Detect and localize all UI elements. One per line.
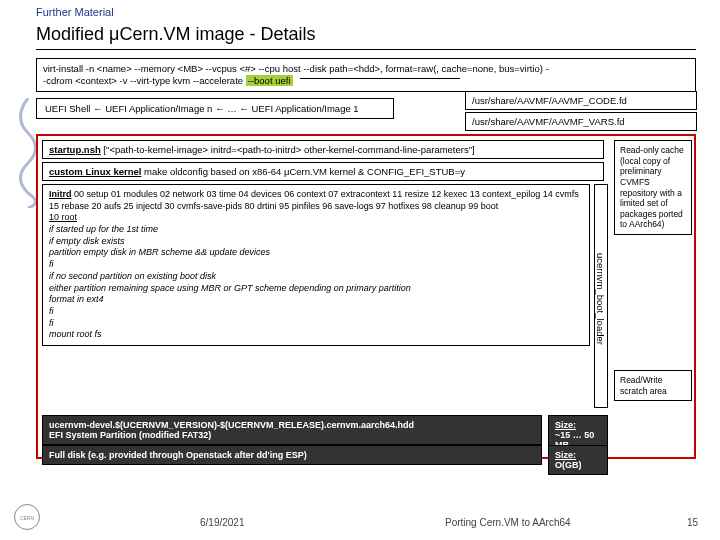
uefi-chain-box: UEFI Shell ← UEFI Application/Image n ← … [36, 98, 394, 119]
virt-install-command: virt-install -n <name> --memory <MB> --v… [36, 58, 696, 92]
aavmf-vars-path: /usr/share/AAVMF/AAVMF_VARS.fd [465, 112, 697, 131]
hdd-size-label: Size: [555, 420, 576, 430]
virt-cmd-line1: virt-install -n <name> --memory <MB> --v… [43, 63, 549, 74]
readonly-cache-note: Read-only cache (local copy of prelimina… [614, 140, 692, 235]
full-disk-size-label: Size: [555, 450, 576, 460]
ucernvm-boot-loader-label: ucernvm_boot_loader [594, 184, 608, 408]
full-disk-size-val: O(GB) [555, 460, 582, 470]
hdd-esp-box: ucernvm-devel.$(UCERNVM_VERSION)-$(UCERN… [42, 415, 542, 445]
decorative-swirl [18, 98, 38, 208]
initrd-box: Initrd 00 setup 01 modules 02 network 03… [42, 184, 590, 346]
footer-page-number: 15 [687, 517, 698, 528]
custom-kernel-box: custom Linux kernel make oldconfig based… [42, 162, 604, 181]
full-disk-size: Size: O(GB) [548, 445, 608, 475]
cern-logo-icon: CERN [14, 504, 40, 530]
custom-kernel-label: custom Linux kernel [49, 166, 141, 177]
custom-kernel-rest: make oldconfig based on x86-64 μCern.VM … [141, 166, 465, 177]
initrd-label: Initrd [49, 189, 72, 199]
startup-nsh-rest: ["<path-to-kernel-image> initrd=<path-to… [101, 144, 475, 155]
initrd-10root: 10 root [49, 212, 77, 222]
virt-cmd-highlight: --boot uefi [246, 75, 293, 86]
rw-scratch-note: Read/Write scratch area [614, 370, 692, 401]
full-disk-text: Full disk (e.g. provided through Opensta… [49, 450, 307, 460]
title-underline [36, 49, 696, 50]
virt-cmd-line2: -cdrom <context> -v --virt-type kvm --ac… [43, 75, 246, 86]
breadcrumb: Further Material [36, 6, 114, 18]
hdd-esp-text: ucernvm-devel.$(UCERNVM_VERSION)-$(UCERN… [49, 420, 414, 440]
footer-title: Porting Cern.VM to AArch64 [445, 517, 571, 528]
footer-date: 6/19/2021 [200, 517, 245, 528]
aavmf-code-path: /usr/share/AAVMF/AAVMF_CODE.fd [465, 91, 697, 110]
startup-nsh-label: startup.nsh [49, 144, 101, 155]
initrd-body: if started up for the 1st time if empty … [49, 224, 411, 339]
page-title: Modified μCern.VM image - Details [36, 24, 315, 45]
arrow-line-1 [300, 78, 460, 79]
initrd-list: 00 setup 01 modules 02 network 03 time 0… [49, 189, 579, 211]
full-disk-box: Full disk (e.g. provided through Opensta… [42, 445, 542, 465]
startup-nsh-box: startup.nsh ["<path-to-kernel-image> ini… [42, 140, 604, 159]
